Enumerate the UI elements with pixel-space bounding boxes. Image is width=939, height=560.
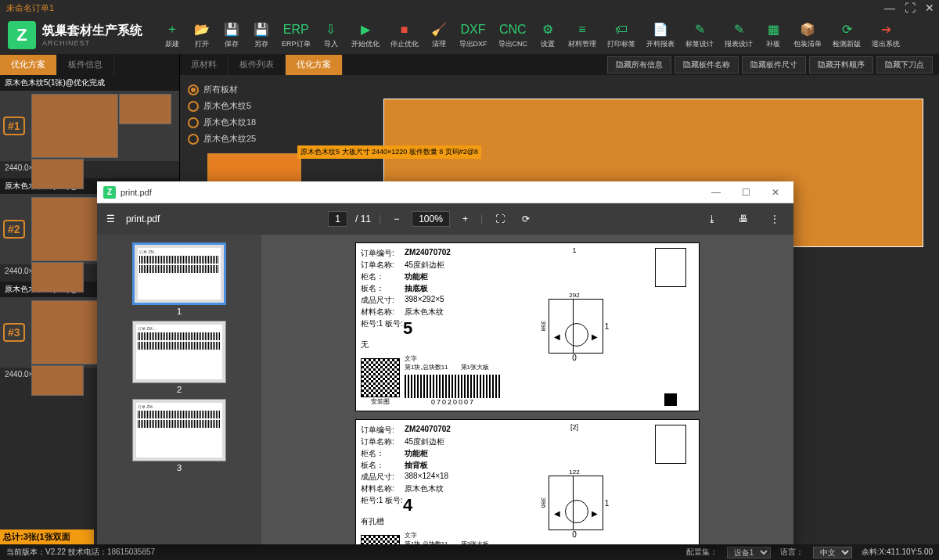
tool-补板[interactable]: ▦补板	[759, 20, 787, 51]
position-box	[655, 425, 686, 464]
right-tab[interactable]: 原材料	[180, 55, 228, 75]
报表设计-icon: ✎	[730, 21, 747, 38]
tool-包装清单[interactable]: 📦包装清单	[789, 20, 826, 51]
label-card: 订单编号:ZM24070702 订单名称:45度斜边柜 柜名：功能柜 板名：抽背…	[355, 419, 700, 544]
hide-button[interactable]: 隐藏下刀点	[876, 56, 933, 74]
tool-开始优化[interactable]: ▶开始优化	[347, 20, 384, 51]
left-tab[interactable]: 板件信息	[57, 55, 114, 75]
补板-icon: ▦	[765, 21, 782, 38]
sheet-number: #2	[3, 220, 25, 239]
more-icon[interactable]: ⋮	[765, 212, 784, 226]
hide-button[interactable]: 隐藏板件尺寸	[742, 56, 806, 74]
radio-icon	[188, 117, 199, 128]
left-tab[interactable]: 优化方案	[0, 55, 57, 75]
page-total: / 11	[355, 214, 371, 224]
position-box	[655, 248, 686, 287]
pdf-maximize-icon[interactable]: ☐	[734, 187, 757, 198]
barcode	[405, 375, 502, 398]
sheet-block[interactable]: 原木色木纹5(1张)@优化完成 #1 2440.0×1220.00 利用	[0, 75, 179, 175]
rotate-icon[interactable]: ⟳	[517, 212, 534, 226]
status-version: 当前版本：V2.22 技术电话：18615035857	[6, 547, 155, 558]
tool-材料管理[interactable]: ≡材料管理	[563, 20, 601, 51]
status-coord: 余料:X:411.10Y:5.00	[862, 547, 933, 558]
radio-icon	[188, 101, 199, 112]
material-radio[interactable]: 原木色木纹25	[188, 131, 256, 147]
开料报表-icon: 📄	[652, 21, 669, 38]
pdf-app-icon: Z	[103, 186, 116, 199]
tool-新建[interactable]: ＋新建	[158, 20, 186, 51]
hide-button[interactable]: 隐藏所有信息	[607, 56, 671, 74]
material-radio[interactable]: 原木色木纹5	[188, 98, 256, 114]
tool-保存[interactable]: 💾保存	[218, 20, 246, 51]
tool-另存[interactable]: 💾另存	[247, 20, 275, 51]
包装清单-icon: 📦	[799, 21, 816, 38]
label-card: 订单编号:ZM24070702 订单名称:45度斜边柜 柜名：功能柜 板名：抽底…	[355, 242, 700, 411]
pdf-thumbnail[interactable]: 订单 ZM...	[132, 321, 226, 383]
sheet-number: #1	[3, 117, 25, 135]
zoom-out-button[interactable]: −	[389, 212, 404, 226]
print-icon[interactable]: 🖶	[734, 212, 753, 226]
maximize-icon[interactable]: ⛶	[905, 2, 916, 14]
right-tab[interactable]: 板件列表	[228, 55, 286, 75]
另存-icon: 💾	[253, 21, 270, 38]
tool-导出CNC[interactable]: CNC导出CNC	[494, 20, 533, 51]
tool-导入[interactable]: ⇩导入	[317, 20, 345, 51]
qr-code	[361, 535, 400, 544]
tool-标签设计[interactable]: ✎标签设计	[681, 20, 718, 51]
tool-停止优化[interactable]: ■停止优化	[386, 20, 423, 51]
brand-title: 筑巢套材生产系统	[42, 23, 142, 39]
part-diagram: ◀▶	[549, 299, 603, 354]
hide-button[interactable]: 隐藏板件名称	[675, 56, 739, 74]
hide-button[interactable]: 隐藏开料顺序	[809, 56, 873, 74]
fit-page-icon[interactable]: ⛶	[491, 212, 509, 226]
hamburger-icon[interactable]: ☰	[106, 214, 115, 224]
tool-打开[interactable]: 📂打开	[188, 20, 216, 51]
window-title: 未命名订单1	[6, 2, 54, 14]
停止优化-icon: ■	[396, 21, 413, 38]
radio-icon	[188, 134, 199, 145]
tool-检测新版[interactable]: ⟳检测新版	[828, 20, 865, 51]
zoom-level[interactable]: 100%	[412, 211, 450, 227]
pdf-close-icon[interactable]: ✕	[764, 187, 787, 198]
app-logo: Z	[8, 21, 36, 49]
tool-导出DXF[interactable]: DXF导出DXF	[455, 20, 492, 51]
ERP订单-icon: ERP	[287, 21, 304, 38]
lang-select[interactable]: 中文	[813, 547, 852, 558]
打印标签-icon: 🏷	[613, 21, 630, 38]
part-diagram: ◀▶	[549, 476, 603, 530]
pdf-thumbnail[interactable]: 订单 ZM...	[132, 399, 226, 461]
tool-设置[interactable]: ⚙设置	[534, 20, 562, 51]
tool-退出系统[interactable]: ➔退出系统	[867, 20, 905, 51]
sheet-tooltip: 原木色木纹5 大板尺寸 2440×1220 板件数量 8 页码#2@8	[297, 145, 481, 159]
pdf-minimize-icon[interactable]: —	[704, 187, 728, 198]
tool-ERP订单[interactable]: ERPERP订单	[277, 20, 315, 51]
tool-开料报表[interactable]: 📄开料报表	[642, 20, 679, 51]
qr-code	[361, 358, 400, 397]
download-icon[interactable]: ⭳	[703, 212, 721, 226]
材料管理-icon: ≡	[574, 21, 591, 38]
summary-bar: 总计:3张(1张双面	[0, 529, 94, 544]
tool-清理[interactable]: 🧹清理	[425, 20, 453, 51]
close-icon[interactable]: ✕	[925, 2, 934, 14]
清理-icon: 🧹	[430, 21, 448, 38]
pdf-thumbnail[interactable]: 订单 ZM...	[132, 242, 226, 305]
minimize-icon[interactable]: —	[884, 2, 895, 14]
configset-select[interactable]: 设备1	[727, 547, 771, 558]
tool-报表设计[interactable]: ✎报表设计	[720, 20, 757, 51]
zoom-in-button[interactable]: +	[458, 212, 473, 226]
page-current[interactable]: 1	[328, 211, 347, 227]
configset-label: 配置集：	[686, 547, 718, 558]
material-radio[interactable]: 所有板材	[188, 81, 256, 98]
sheet-number: #3	[3, 323, 25, 342]
brand-sub: ARCHINEST	[42, 39, 142, 47]
pdf-window-title: print.pdf	[121, 188, 152, 197]
lang-label: 语言：	[780, 547, 804, 558]
退出系统-icon: ➔	[877, 21, 894, 38]
material-radio[interactable]: 原木色木纹18	[188, 114, 256, 131]
检测新版-icon: ⟳	[838, 21, 855, 38]
right-tab[interactable]: 优化方案	[286, 55, 343, 75]
tool-打印标签[interactable]: 🏷打印标签	[603, 20, 640, 51]
打开-icon: 📂	[193, 21, 210, 38]
开始优化-icon: ▶	[357, 21, 374, 38]
设置-icon: ⚙	[539, 21, 556, 38]
